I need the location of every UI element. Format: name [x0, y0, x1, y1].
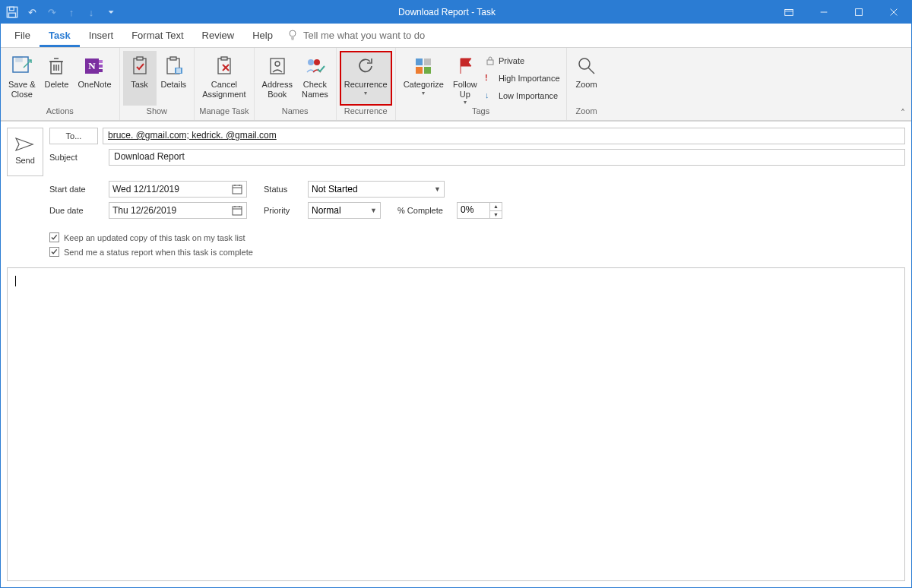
group-manage-label: Manage Task: [195, 106, 253, 120]
svg-rect-6: [856, 9, 863, 16]
flag-icon: [453, 54, 477, 78]
high-importance-icon: !: [485, 73, 496, 84]
svg-rect-41: [416, 58, 423, 65]
svg-point-9: [290, 30, 296, 36]
delete-icon: [44, 54, 68, 78]
svg-rect-28: [170, 57, 176, 60]
task-view-button[interactable]: Task: [123, 51, 157, 106]
task-window: ↶ ↷ ↑ ↓ ⏷ Download Report - Task File Ta…: [0, 0, 912, 588]
onenote-icon: N: [82, 54, 106, 78]
start-date-label: Start date: [49, 185, 104, 194]
undo-icon[interactable]: ↶: [25, 5, 39, 19]
high-importance-button[interactable]: !High Importance: [485, 70, 560, 87]
ribbon-options-button[interactable]: [771, 1, 806, 24]
qat-more-icon[interactable]: ⏷: [104, 5, 118, 19]
priority-label: Priority: [264, 206, 303, 215]
cancel-assignment-icon: [212, 54, 236, 78]
address-book-button[interactable]: Address Book: [258, 51, 297, 106]
group-tags-label: Tags: [396, 106, 566, 120]
tell-me[interactable]: Tell me what you want to do: [287, 29, 425, 47]
chevron-down-icon: ▼: [434, 185, 441, 193]
details-button[interactable]: Details: [157, 51, 192, 106]
svg-line-47: [588, 68, 594, 74]
svg-rect-3: [785, 10, 793, 16]
svg-rect-42: [424, 58, 431, 65]
checkbox-checked-icon: [49, 247, 59, 257]
task-icon: [128, 54, 152, 78]
close-button[interactable]: [876, 1, 911, 24]
next-icon[interactable]: ↓: [84, 5, 98, 19]
body-editor[interactable]: [7, 267, 905, 581]
tab-file[interactable]: File: [5, 25, 40, 47]
importance-stack: Private !High Importance ↓Low Importance: [482, 51, 563, 106]
status-select[interactable]: Not Started▼: [308, 181, 445, 198]
svg-rect-52: [233, 207, 242, 215]
onenote-button[interactable]: N OneNote: [73, 51, 116, 106]
zoom-button[interactable]: Zoom: [570, 51, 603, 106]
check-names-icon: [302, 54, 327, 78]
quick-access-toolbar: ↶ ↷ ↑ ↓ ⏷: [1, 5, 122, 19]
recurrence-button[interactable]: Recurrence ▾: [340, 51, 392, 106]
svg-rect-22: [99, 60, 103, 63]
maximize-button[interactable]: [841, 1, 876, 24]
chevron-down-icon: ▾: [464, 99, 467, 106]
spin-up[interactable]: ▲: [490, 203, 502, 211]
subject-label: Subject: [49, 153, 104, 162]
collapse-ribbon-icon[interactable]: ˄: [901, 108, 905, 119]
redo-icon[interactable]: ↷: [45, 5, 59, 19]
recurrence-icon: [353, 54, 378, 78]
due-date-field[interactable]: Thu 12/26/2019: [109, 202, 247, 219]
low-importance-icon: ↓: [485, 90, 496, 101]
spin-buttons: ▲ ▼: [489, 203, 502, 218]
titlebar: ↶ ↷ ↑ ↓ ⏷ Download Report - Task: [1, 1, 911, 24]
categorize-button[interactable]: Categorize ▾: [399, 51, 448, 106]
calendar-icon[interactable]: [231, 183, 243, 195]
tab-help[interactable]: Help: [243, 25, 282, 47]
svg-rect-2: [9, 13, 16, 17]
cancel-assignment-button[interactable]: Cancel Assignment: [198, 51, 250, 106]
svg-rect-26: [137, 57, 143, 60]
subject-field[interactable]: Download Report: [109, 149, 905, 166]
group-actions: Save & Close Delete N OneNote Actions: [1, 48, 120, 120]
low-importance-button[interactable]: ↓Low Importance: [485, 87, 560, 104]
private-button[interactable]: Private: [485, 52, 560, 69]
svg-rect-44: [424, 67, 431, 74]
group-manage-task: Cancel Assignment Manage Task: [195, 48, 254, 120]
to-button[interactable]: To...: [49, 128, 98, 144]
svg-rect-23: [99, 65, 103, 68]
save-close-button[interactable]: Save & Close: [4, 51, 40, 106]
svg-rect-43: [416, 67, 423, 74]
priority-select[interactable]: Normal▼: [308, 202, 381, 219]
followup-button[interactable]: Follow Up ▾: [448, 51, 482, 106]
lightbulb-icon: [287, 29, 299, 41]
svg-rect-13: [16, 57, 22, 62]
task-form: Send To... bruce. @gmail.com; kedrick. @…: [1, 121, 911, 587]
tab-format-text[interactable]: Format Text: [122, 25, 192, 47]
ribbon-tabs: File Task Insert Format Text Review Help…: [1, 24, 911, 48]
to-field[interactable]: bruce. @gmail.com; kedrick. @gmail.com: [103, 128, 905, 144]
send-button[interactable]: Send: [7, 128, 43, 176]
delete-button[interactable]: Delete: [40, 51, 73, 106]
minimize-button[interactable]: [806, 1, 841, 24]
percent-complete-field[interactable]: 0% ▲ ▼: [457, 202, 502, 219]
start-date-field[interactable]: Wed 12/11/2019: [109, 181, 247, 198]
tab-task[interactable]: Task: [40, 25, 80, 47]
save-close-icon: [10, 54, 34, 78]
lock-icon: [485, 55, 496, 66]
group-actions-label: Actions: [1, 106, 119, 120]
group-show-label: Show: [120, 106, 195, 120]
tab-insert[interactable]: Insert: [80, 25, 123, 47]
status-report-checkbox-row[interactable]: Send me a status report when this task i…: [49, 247, 905, 257]
prev-icon[interactable]: ↑: [65, 5, 78, 19]
group-names-label: Names: [255, 106, 336, 120]
window-title: Download Report - Task: [122, 7, 771, 17]
spin-down[interactable]: ▼: [490, 211, 502, 219]
check-names-button[interactable]: Check Names: [297, 51, 333, 106]
save-icon[interactable]: [5, 5, 19, 19]
tab-review[interactable]: Review: [193, 25, 244, 47]
keep-copy-checkbox-row[interactable]: Keep an updated copy of this task on my …: [49, 232, 905, 242]
svg-point-46: [579, 58, 590, 69]
status-label: Status: [264, 185, 303, 194]
calendar-icon[interactable]: [231, 204, 243, 217]
chevron-down-icon: ▼: [370, 207, 377, 214]
